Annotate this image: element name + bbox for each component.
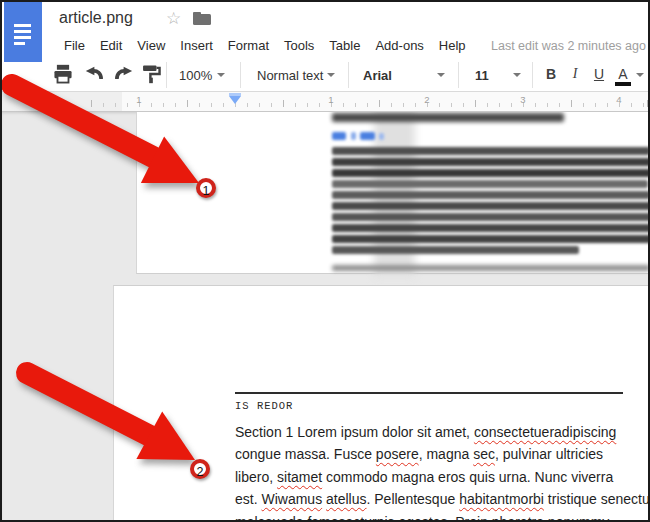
- print-button[interactable]: [52, 63, 74, 85]
- chevron-down-icon[interactable]: [636, 73, 644, 77]
- blurred-text-line: [332, 265, 650, 271]
- menu-item-file[interactable]: File: [64, 38, 85, 56]
- doc-line: libero, sitamet commodo magna eros quis …: [235, 466, 650, 488]
- menu-item-tools[interactable]: Tools: [284, 38, 314, 56]
- document-canvas: IS REDOR Section 1 Lorem ipsum dolor sit…: [2, 112, 650, 522]
- misspelled-word: atellus: [326, 491, 366, 507]
- left-indent-marker[interactable]: [229, 96, 241, 104]
- underline-button[interactable]: U: [588, 62, 610, 88]
- misspelled-word: sitamet: [277, 469, 322, 485]
- blurred-text-line: [332, 113, 564, 122]
- misspelled-word: habitantmorbi: [459, 491, 544, 507]
- callout-badge-1: 1: [196, 178, 216, 198]
- blurred-text-line: [332, 202, 650, 210]
- blurred-text-line: [332, 132, 346, 140]
- doc-line: congue massa. Fusce posere, magna sec, p…: [235, 443, 650, 465]
- blurred-text-line: [360, 132, 375, 140]
- toolbar: 100% Normal text Arial 11 B I U A: [2, 58, 650, 92]
- toolbar-separator: [348, 62, 349, 88]
- menu-item-table[interactable]: Table: [329, 38, 360, 56]
- menu-item-addons[interactable]: Add-ons: [375, 38, 423, 56]
- blurred-text-line: [332, 224, 650, 232]
- chevron-down-icon: [327, 73, 335, 77]
- text-color-button[interactable]: A: [612, 62, 634, 88]
- callout-badge-2: 2: [190, 459, 210, 479]
- section-divider-line: [235, 392, 623, 394]
- misspelled-word: Wiwamus: [261, 491, 322, 507]
- blurred-text-line: [379, 133, 384, 140]
- ruler: 11234: [2, 92, 650, 112]
- italic-button[interactable]: I: [564, 62, 586, 88]
- menu-item-edit[interactable]: Edit: [100, 38, 122, 56]
- blurred-text-line: [332, 191, 650, 199]
- blurred-text-line: [332, 147, 650, 155]
- ruler-label: 3: [513, 94, 533, 105]
- document-title[interactable]: article.png: [59, 9, 133, 27]
- blurred-text-line: [332, 235, 650, 243]
- ruler-label: 1: [129, 94, 149, 105]
- docs-icon-line: [14, 24, 31, 27]
- ruler-label: 1: [321, 94, 341, 105]
- blurred-text-line: [332, 158, 650, 166]
- docs-home-icon[interactable]: [4, 2, 42, 62]
- redo-button[interactable]: [112, 63, 134, 85]
- google-docs-window: article.png ☆ FileEditViewInsertFormatTo…: [0, 0, 650, 522]
- chevron-down-icon: [437, 73, 445, 77]
- toolbar-separator: [240, 62, 241, 88]
- undo-button[interactable]: [84, 63, 106, 85]
- header: article.png ☆ FileEditViewInsertFormatTo…: [2, 2, 650, 58]
- blurred-text-line: [351, 132, 356, 140]
- folder-icon[interactable]: [193, 12, 213, 27]
- docs-icon-line: [14, 42, 25, 45]
- font-dropdown[interactable]: Arial: [358, 62, 450, 88]
- ruler-ticks: [103, 103, 650, 107]
- menu-bar: FileEditViewInsertFormatToolsTableAdd-on…: [64, 38, 466, 56]
- zoom-dropdown[interactable]: 100%: [174, 62, 230, 88]
- body-text: Section 1 Lorem ipsum dolor sit amet, co…: [235, 421, 650, 522]
- blurred-text-line: [332, 246, 579, 254]
- doc-line: Section 1 Lorem ipsum dolor sit amet, co…: [235, 421, 650, 443]
- blurred-text-line: [332, 213, 650, 221]
- blurred-text-line: [332, 169, 650, 177]
- toolbar-separator: [166, 62, 167, 88]
- toolbar-separator: [532, 62, 533, 88]
- misspelled-word: sec: [473, 446, 495, 462]
- chevron-down-icon: [513, 73, 521, 77]
- font-size-dropdown[interactable]: 11: [470, 62, 526, 88]
- toolbar-separator: [458, 62, 459, 88]
- blurred-text-line: [332, 180, 648, 188]
- style-dropdown[interactable]: Normal text: [252, 62, 340, 88]
- misspelled-word: consectetueradipiscing: [474, 424, 616, 440]
- ruler-label: 2: [417, 94, 437, 105]
- chevron-down-icon: [217, 73, 225, 77]
- doc-line: est. Wiwamus atellus. Pellentesque habit…: [235, 488, 650, 510]
- doc-line: malesuada famesacturpis egestas. Proin p…: [235, 511, 650, 522]
- docs-icon-line: [14, 36, 31, 39]
- misspelled-word: posere: [376, 446, 419, 462]
- menu-item-help[interactable]: Help: [439, 38, 466, 56]
- ruler-label: 4: [609, 94, 629, 105]
- star-icon[interactable]: ☆: [166, 8, 181, 29]
- paint-format-icon[interactable]: [140, 63, 162, 85]
- menu-item-insert[interactable]: Insert: [180, 38, 213, 56]
- menu-item-format[interactable]: Format: [228, 38, 269, 56]
- section-kicker: IS REDOR: [235, 400, 293, 412]
- docs-icon-line: [14, 30, 31, 33]
- menu-item-view[interactable]: View: [137, 38, 165, 56]
- bold-button[interactable]: B: [540, 62, 562, 88]
- misspelled-word: famesacturpis: [307, 514, 394, 522]
- last-edit-status[interactable]: Last edit was 2 minutes ago: [491, 39, 646, 53]
